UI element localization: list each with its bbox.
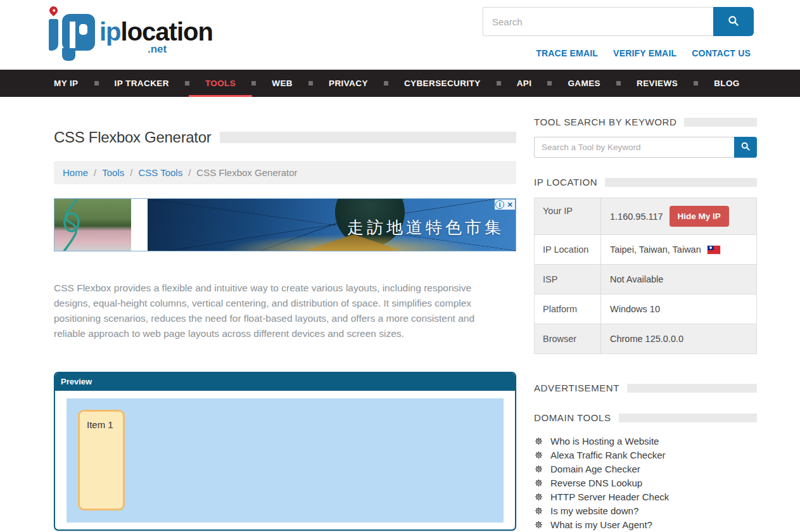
breadcrumb-separator: /: [188, 167, 191, 178]
ad-headline-text: 走訪地道特色市集: [347, 217, 504, 239]
nav-separator: [308, 81, 313, 86]
platform-value: Windows 10: [610, 304, 660, 314]
tool-search: [534, 137, 757, 158]
nav-item-reviews[interactable]: REVIEWS: [637, 70, 678, 97]
list-item[interactable]: HTTP Server Header Check: [534, 490, 757, 504]
ip-location-value: Taipei, Taiwan, Taiwan: [610, 244, 701, 255]
hide-my-ip-button[interactable]: Hide My IP: [670, 206, 729, 227]
gear-icon: [534, 478, 543, 488]
site-header: iplocation .net TRACE EMAIL VERIFY EMAIL…: [0, 0, 800, 70]
list-item[interactable]: Alexa Traffic Rank Checker: [534, 448, 757, 462]
tool-search-input[interactable]: [534, 137, 734, 158]
gear-icon: [534, 450, 543, 460]
nav-item-tools[interactable]: TOOLS: [205, 70, 236, 97]
breadcrumb-css-tools[interactable]: CSS Tools: [138, 167, 182, 178]
breadcrumb: Home / Tools / CSS Tools / CSS Flexbox G…: [54, 161, 516, 184]
heading-bar: [627, 384, 757, 393]
nav-separator: [616, 81, 621, 86]
breadcrumb-tools[interactable]: Tools: [102, 167, 124, 178]
main-column: CSS Flexbox Generator Home / Tools / CSS…: [54, 97, 516, 531]
nav-separator: [94, 81, 99, 86]
ad-banner[interactable]: 走訪地道特色市集 i ✕: [54, 198, 516, 251]
list-item[interactable]: What is my User Agent?: [534, 517, 757, 531]
site-search: [483, 7, 754, 36]
content-area: CSS Flexbox Generator Home / Tools / CSS…: [0, 97, 800, 531]
table-row: ISP Not Available: [535, 265, 756, 294]
nav-item-web[interactable]: WEB: [272, 70, 293, 97]
search-icon: [727, 15, 740, 29]
heading-bar: [684, 118, 757, 127]
site-logo[interactable]: iplocation .net: [48, 6, 200, 57]
tool-search-button[interactable]: [734, 137, 757, 158]
sidebar: TOOL SEARCH BY KEYWORD IP LOCATION Your …: [534, 97, 757, 531]
tool-search-heading: TOOL SEARCH BY KEYWORD: [534, 117, 757, 127]
ad-info-icon[interactable]: i: [495, 200, 504, 209]
gear-icon: [534, 520, 543, 529]
nav-separator: [694, 81, 698, 86]
site-search-button[interactable]: [713, 7, 754, 36]
table-row: Platform Windows 10: [535, 294, 756, 324]
map-pin-icon: [48, 4, 59, 16]
main-nav: MY IP IP TRACKER TOOLS WEB PRIVACY CYBER…: [0, 70, 800, 97]
ip-location-heading: IP LOCATION: [534, 177, 757, 187]
logo-text: iplocation: [99, 18, 213, 46]
heading-bar: [605, 178, 757, 187]
flexbox-preview-item[interactable]: Item 1: [78, 410, 125, 510]
logo-ip-glyph: [48, 6, 97, 57]
search-icon: [740, 141, 751, 153]
ip-location-table: Your IP 1.160.95.117 Hide My IP IP Locat…: [534, 198, 757, 354]
header-links: TRACE EMAIL VERIFY EMAIL CONTACT US: [536, 48, 751, 58]
nav-item-games[interactable]: GAMES: [568, 70, 600, 97]
domain-tools-list: Who is Hosting a Website Alexa Traffic R…: [534, 434, 757, 531]
breadcrumb-home[interactable]: Home: [63, 167, 88, 178]
table-row: IP Location Taipei, Taiwan, Taiwan: [535, 235, 756, 265]
ad-image-landscape: [54, 199, 131, 251]
site-search-input[interactable]: [483, 7, 713, 36]
logo-net-suffix: .net: [148, 43, 167, 56]
nav-item-api[interactable]: API: [517, 70, 532, 97]
nav-item-ip-tracker[interactable]: IP TRACKER: [115, 70, 169, 97]
table-row: Your IP 1.160.95.117 Hide My IP: [535, 198, 756, 235]
preview-panel: Preview Item 1: [54, 372, 516, 531]
verify-email-link[interactable]: VERIFY EMAIL: [613, 48, 676, 58]
nav-item-privacy[interactable]: PRIVACY: [329, 70, 368, 97]
list-item[interactable]: Who is Hosting a Website: [534, 434, 757, 448]
your-ip-value: 1.160.95.117: [610, 212, 663, 222]
list-item[interactable]: Domain Age Checker: [534, 462, 757, 476]
heading-bar: [220, 132, 516, 143]
gear-icon: [534, 506, 543, 516]
nav-item-my-ip[interactable]: MY IP: [54, 70, 79, 97]
domain-tools-heading: DOMAIN TOOLS: [534, 412, 757, 423]
tool-description: CSS Flexbox provides a flexible and intu…: [54, 281, 502, 341]
breadcrumb-current: CSS Flexbox Generator: [196, 167, 297, 178]
preview-panel-header: Preview: [55, 373, 515, 391]
nav-separator: [251, 81, 256, 86]
nav-separator: [384, 81, 388, 86]
browser-value: Chrome 125.0.0.0: [610, 334, 683, 344]
gear-icon: [534, 436, 543, 446]
gear-icon: [534, 492, 543, 502]
list-item[interactable]: Reverse DNS Lookup: [534, 476, 757, 490]
nav-separator: [185, 81, 189, 86]
ad-close-icon[interactable]: ✕: [505, 200, 515, 210]
table-row: Browser Chrome 125.0.0.0: [535, 324, 756, 353]
heading-bar: [619, 414, 757, 422]
gear-icon: [534, 464, 543, 474]
nav-item-cybersecurity[interactable]: CYBERSECURITY: [404, 70, 481, 97]
list-item[interactable]: Is my website down?: [534, 504, 757, 517]
nav-item-blog[interactable]: BLOG: [714, 70, 740, 97]
nav-separator: [497, 81, 501, 86]
contact-us-link[interactable]: CONTACT US: [692, 48, 751, 58]
taiwan-flag-icon: [708, 246, 720, 254]
trace-email-link[interactable]: TRACE EMAIL: [536, 48, 598, 58]
page-title: CSS Flexbox Generator: [54, 129, 211, 146]
breadcrumb-separator: /: [94, 167, 96, 178]
ad-image-building: 走訪地道特色市集: [148, 199, 516, 251]
isp-value: Not Available: [610, 274, 663, 284]
advertisement-heading: ADVERTISEMENT: [534, 383, 757, 393]
nav-separator: [547, 81, 552, 86]
breadcrumb-separator: /: [130, 167, 132, 178]
flexbox-preview-container: Item 1: [67, 398, 504, 522]
